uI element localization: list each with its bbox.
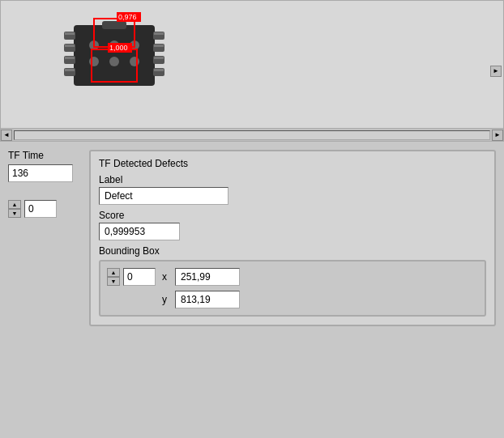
svg-text:0,976: 0,976 (118, 13, 137, 21)
x-coord-row: x (162, 268, 478, 286)
svg-rect-11 (65, 45, 75, 47)
tf-time-section: TF Time ▲ ▼ (8, 150, 73, 326)
scroll-left-button[interactable]: ◄ (1, 130, 12, 141)
bbox-index-input[interactable] (123, 268, 156, 286)
x-axis-label: x (162, 271, 170, 283)
tf-time-label: TF Time (8, 150, 73, 161)
scroll-track[interactable] (14, 130, 490, 140)
y-axis-label: y (162, 294, 170, 305)
y-coord-row: y (162, 291, 478, 308)
label-field-group: Label (99, 174, 486, 205)
svg-point-21 (89, 57, 99, 66)
svg-rect-10 (65, 32, 75, 35)
svg-rect-12 (65, 57, 75, 59)
bbox-section: Bounding Box ▲ ▼ x (99, 245, 486, 317)
svg-point-22 (109, 57, 119, 66)
bbox-inner-panel: ▲ ▼ x y (99, 260, 486, 317)
svg-rect-16 (154, 57, 164, 59)
bbox-spinner-group: ▲ ▼ (107, 268, 156, 286)
bbox-spinner-down[interactable]: ▼ (107, 277, 120, 286)
spinner-group: ▲ ▼ (8, 200, 73, 218)
defects-panel: TF Detected Defects Label Score Bounding… (89, 150, 496, 326)
svg-rect-14 (154, 32, 164, 35)
score-field-label: Score (99, 210, 486, 221)
defects-panel-title: TF Detected Defects (99, 158, 486, 169)
bbox-coordinates: x y (162, 268, 478, 308)
image-background: 0,976 1,000 (1, 1, 503, 141)
bbox-spinner-controls: ▲ ▼ (107, 268, 120, 286)
score-input[interactable] (99, 223, 180, 240)
svg-rect-17 (154, 69, 164, 71)
svg-rect-0 (74, 25, 155, 86)
svg-point-23 (130, 57, 139, 66)
bbox-spinner-up[interactable]: ▲ (107, 268, 120, 277)
label-field-label: Label (99, 174, 486, 185)
svg-rect-15 (154, 45, 164, 47)
score-field-group: Score (99, 210, 486, 240)
image-panel: 0,976 1,000 ► ◄ ► (0, 0, 504, 142)
chip-image: 0,976 1,000 (49, 9, 179, 114)
y-coord-input[interactable] (175, 291, 240, 308)
spinner-input[interactable] (24, 200, 57, 218)
tf-time-input[interactable] (8, 164, 73, 182)
x-coord-input[interactable] (175, 268, 240, 286)
scroll-right-button[interactable]: ► (492, 130, 503, 141)
svg-rect-9 (102, 21, 126, 29)
horizontal-scrollbar[interactable]: ◄ ► (1, 128, 503, 141)
svg-text:1,000: 1,000 (109, 44, 128, 52)
spinner-down-button[interactable]: ▼ (8, 209, 21, 218)
bbox-section-label: Bounding Box (99, 245, 486, 257)
svg-rect-13 (65, 69, 75, 71)
scroll-right-arrow[interactable]: ► (490, 66, 502, 77)
label-input[interactable] (99, 187, 229, 205)
controls-area: TF Time ▲ ▼ TF Detected Defects Label Sc… (0, 142, 504, 326)
spinner-controls: ▲ ▼ (8, 200, 21, 218)
spinner-up-button[interactable]: ▲ (8, 200, 21, 209)
